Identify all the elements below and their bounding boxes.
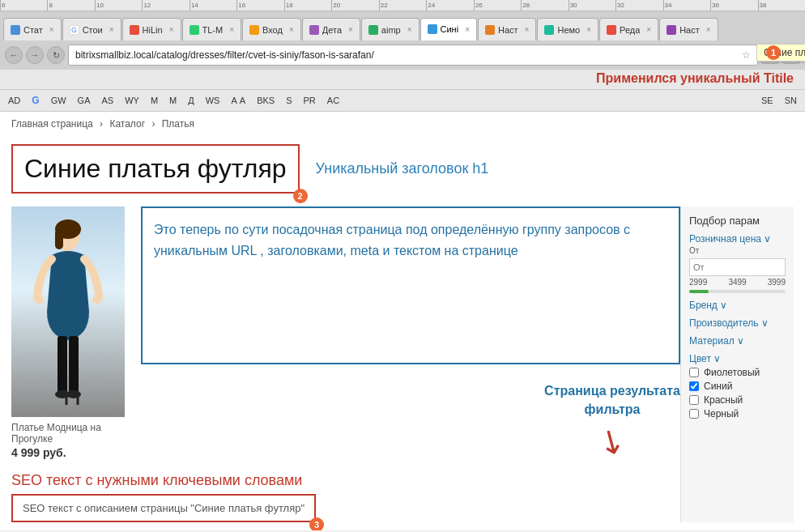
tab-favicon-g: G	[70, 25, 79, 35]
bookmark-sn[interactable]: SN	[780, 94, 802, 107]
color-violet-checkbox[interactable]	[689, 368, 699, 377]
tab-syn[interactable]: Синi ×	[420, 18, 477, 40]
tab-label-g: Стои	[83, 25, 103, 35]
tab-tl[interactable]: TL-М ×	[182, 18, 242, 40]
tab-close-syn[interactable]: ×	[465, 25, 470, 34]
material-filter-label[interactable]: Материал	[689, 335, 786, 347]
tab-close-tl[interactable]: ×	[229, 25, 234, 34]
brand-filter-label[interactable]: Бренд	[689, 300, 786, 311]
tab-close-hilin[interactable]: ×	[169, 25, 174, 34]
breadcrumb-sep-1: ›	[100, 118, 103, 130]
filter-result-text: Страница результатафильтра	[544, 382, 680, 419]
tab-favicon-aim	[368, 25, 378, 35]
left-column: Платье Модница на Прогулке 4 999 руб. Эт…	[11, 206, 680, 522]
back-button[interactable]: ←	[5, 46, 23, 64]
bookmark-ga[interactable]: GA	[73, 94, 96, 107]
price-mid: 3499	[728, 278, 746, 287]
ruler-mark: 14	[190, 0, 236, 11]
color-black-checkbox[interactable]	[689, 409, 699, 419]
price-from-input[interactable]	[689, 258, 786, 276]
tab-nas2[interactable]: Наст ×	[659, 18, 718, 40]
bookmark-bks[interactable]: BKS	[252, 94, 279, 107]
tab-close-g[interactable]: ×	[109, 25, 114, 34]
breadcrumb-home[interactable]: Главная страница	[11, 118, 93, 130]
bookmark-s[interactable]: S	[281, 94, 296, 107]
tab-close-nas[interactable]: ×	[525, 25, 530, 34]
tab-close-mail[interactable]: ×	[289, 25, 294, 34]
tab-g[interactable]: G Стои ×	[62, 18, 121, 40]
ruler-mark: 6	[0, 0, 47, 11]
bookmark-ac[interactable]: AC	[322, 94, 344, 107]
tab-nem[interactable]: Немо ×	[537, 18, 598, 40]
tab-close-det[interactable]: ×	[348, 25, 353, 34]
bookmark-label-ga: GA	[78, 96, 91, 105]
ruler-mark: 36	[710, 0, 757, 11]
ruler-mark: 20	[331, 0, 378, 11]
color-black: Черный	[689, 408, 786, 419]
price-slider[interactable]	[689, 290, 786, 293]
bookmark-as[interactable]: AS	[96, 94, 118, 107]
tab-det[interactable]: Дета ×	[302, 18, 360, 40]
bookmark-label-s: S	[286, 96, 292, 105]
tab-close-red[interactable]: ×	[646, 25, 651, 34]
tab-label-tl: TL-М	[202, 25, 224, 35]
bookmark-pr[interactable]: PR	[299, 94, 321, 107]
badge2-area: 2	[293, 189, 308, 203]
bookmark-g[interactable]: G	[27, 93, 44, 108]
address-bar[interactable]: bitrixsmallbiz.local/catalog/dresses/fil…	[68, 45, 758, 66]
filter-annotation-area: Страница результатафильтра ↘	[141, 382, 680, 459]
tab-favicon-red	[607, 25, 616, 35]
bookmark-wy[interactable]: WY	[120, 94, 144, 107]
bookmark-d[interactable]: Д	[183, 94, 198, 107]
breadcrumb-catalog[interactable]: Каталог	[109, 118, 145, 130]
color-red-checkbox[interactable]	[689, 395, 699, 405]
price-filter-label[interactable]: Розничная цена	[689, 233, 786, 245]
star-icon[interactable]: ☆	[742, 49, 751, 61]
tab-red[interactable]: Реда ×	[599, 18, 658, 40]
bookmark-m1[interactable]: М	[146, 94, 163, 107]
bookmark-label-ad: AD	[8, 96, 20, 105]
right-sidebar: Подбор парам Розничная цена От 2999 3499…	[680, 206, 794, 522]
tab-favicon-nas	[485, 25, 495, 35]
page-h1: Синие платья футляр	[24, 154, 287, 184]
tab-aim[interactable]: aimp ×	[361, 18, 420, 40]
tab-nas[interactable]: Наст ×	[478, 18, 536, 40]
address-bar-row: ← → ↻ bitrixsmallbiz.local/catalog/dress…	[0, 40, 805, 70]
color-red-label: Красный	[704, 394, 743, 406]
tab-mail[interactable]: Вход ×	[242, 18, 301, 40]
tab-close-nas2[interactable]: ×	[706, 25, 711, 34]
ruler-mark: 18	[284, 0, 331, 11]
bookmark-ad[interactable]: AD	[3, 94, 25, 107]
tab-label-nem: Немо	[557, 25, 580, 35]
bookmark-aa[interactable]: А А	[226, 94, 250, 107]
tab-label-stat: Стат	[23, 25, 43, 35]
tab-hilin[interactable]: HiLin ×	[122, 18, 181, 40]
bookmark-se[interactable]: SE	[756, 94, 778, 107]
tab-label-aim: aimp	[381, 25, 401, 35]
tab-close-nem[interactable]: ×	[586, 25, 591, 34]
tab-favicon-mail	[249, 25, 259, 35]
bookmark-label-ac: AC	[327, 96, 339, 105]
description-column: Это теперь по сути посадочная страница п…	[141, 206, 680, 459]
tabs-bar: Стат × G Стои × HiLin × TL-М × Вход × Де…	[0, 11, 805, 40]
reload-button[interactable]: ↻	[47, 46, 65, 64]
producer-filter-label[interactable]: Производитель	[689, 317, 786, 329]
tab-stat[interactable]: Стат ×	[3, 18, 62, 40]
h1-container: Синие платья футляр 2	[11, 144, 300, 194]
seo-heading: SEO текст с нужными ключевыми словами	[11, 472, 680, 489]
color-blue-checkbox[interactable]	[689, 381, 699, 391]
bookmark-m2[interactable]: М	[164, 94, 181, 107]
tab-close-aim[interactable]: ×	[407, 25, 412, 34]
forward-button[interactable]: →	[26, 46, 44, 64]
bookmark-label-gw: GW	[51, 96, 66, 105]
tab-favicon-syn	[428, 24, 437, 34]
tab-close-stat[interactable]: ×	[49, 25, 54, 34]
bookmark-ws[interactable]: WS	[201, 94, 225, 107]
bookmark-gw[interactable]: GW	[46, 94, 71, 107]
product-area: Платье Модница на Прогулке 4 999 руб. Эт…	[11, 206, 680, 459]
tab-label-mail: Вход	[262, 25, 283, 35]
product-image-svg	[11, 206, 125, 417]
color-filter-label[interactable]: Цвет	[689, 353, 786, 364]
breadcrumb-sep-2: ›	[151, 118, 155, 130]
seo-section: SEO текст с нужными ключевыми словами SE…	[11, 472, 680, 522]
